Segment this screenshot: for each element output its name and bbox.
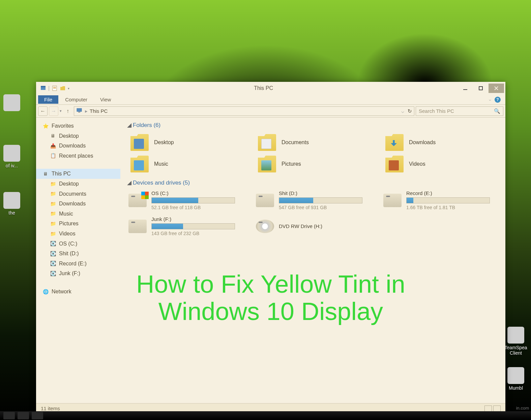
folder-desktop[interactable]: Desktop bbox=[128, 133, 246, 152]
details-view-icon[interactable] bbox=[484, 406, 492, 412]
item-count: 11 items bbox=[41, 406, 60, 411]
thispc-icon bbox=[76, 108, 82, 114]
folder-icon bbox=[385, 156, 404, 172]
nav-drive-e[interactable]: 💽Record (E:) bbox=[36, 259, 120, 269]
drive-icon: 💽 bbox=[50, 240, 56, 247]
computer-tab[interactable]: Computer bbox=[59, 95, 93, 104]
drive-icon bbox=[128, 194, 147, 207]
thispc-icon: 🖥 bbox=[42, 171, 49, 177]
free-space-text: 547 GB free of 931 GB bbox=[279, 205, 373, 210]
address-bar[interactable]: ▸ This PC ⌵ ↻ bbox=[74, 106, 414, 116]
folder-music[interactable]: Music bbox=[128, 154, 246, 174]
usage-bar bbox=[151, 197, 235, 203]
navigation-bar: ← → ▾ ↑ ▸ This PC ⌵ ↻ Search This PC 🔍 bbox=[36, 105, 505, 118]
nav-videos[interactable]: 📁Videos bbox=[36, 229, 120, 239]
folder-videos[interactable]: Videos bbox=[383, 154, 501, 174]
folder-downloads[interactable]: Downloads bbox=[383, 133, 501, 152]
back-button[interactable]: ← bbox=[38, 106, 48, 116]
drive-icon bbox=[256, 220, 274, 233]
folder-documents[interactable]: Documents bbox=[256, 133, 373, 152]
svg-rect-4 bbox=[53, 88, 56, 89]
svg-rect-6 bbox=[479, 87, 482, 90]
nav-desktop[interactable]: 🖥Desktop bbox=[36, 131, 120, 141]
star-icon: ⭐ bbox=[42, 123, 49, 129]
ribbon: File Computer View ⌵ ? bbox=[36, 95, 505, 105]
drive-item[interactable]: OS (C:) 52.1 GB free of 118 GB bbox=[128, 190, 246, 210]
taskbar-icon[interactable] bbox=[18, 412, 29, 419]
nav-favorites[interactable]: ⭐Favorites bbox=[36, 121, 120, 131]
app-icon bbox=[40, 85, 46, 91]
search-input[interactable]: Search This PC 🔍 bbox=[416, 106, 503, 116]
search-icon: 🔍 bbox=[494, 108, 500, 114]
file-tab[interactable]: File bbox=[38, 95, 58, 104]
folder-icon: 📁 bbox=[50, 191, 56, 197]
folder-icon: 📁 bbox=[50, 211, 56, 217]
file-explorer-window: | ▾ This PC File Computer View ⌵ ? ← → ▾… bbox=[36, 82, 505, 413]
desktop-icon-teamspeak[interactable]: TeamSpea Client bbox=[504, 327, 528, 356]
new-folder-icon[interactable] bbox=[60, 85, 66, 91]
drive-name: Record (E:) bbox=[406, 190, 501, 196]
navigation-pane: ⭐Favorites 🖥Desktop 📥Downloads 📋Recent p… bbox=[36, 118, 120, 403]
maximize-button[interactable] bbox=[473, 84, 489, 93]
drive-icon bbox=[256, 194, 274, 207]
drive-name: DVD RW Drive (H:) bbox=[279, 223, 373, 229]
refresh-icon[interactable]: ↻ bbox=[408, 108, 412, 114]
svg-rect-3 bbox=[53, 87, 56, 88]
drive-item[interactable]: Shit (D:) 547 GB free of 931 GB bbox=[256, 190, 373, 210]
usage-bar bbox=[406, 197, 490, 203]
nav-music[interactable]: 📁Music bbox=[36, 209, 120, 219]
drive-name: Shit (D:) bbox=[279, 190, 373, 196]
collapse-icon: ◢ bbox=[127, 122, 131, 128]
folder-icon bbox=[385, 134, 404, 151]
folder-pictures[interactable]: Pictures bbox=[256, 154, 373, 174]
nav-downloads[interactable]: 📥Downloads bbox=[36, 141, 120, 151]
folders-group-header[interactable]: ◢Folders (6) bbox=[125, 120, 501, 130]
drive-item[interactable]: DVD RW Drive (H:) bbox=[256, 216, 373, 236]
svg-rect-8 bbox=[78, 112, 80, 112]
folder-icon bbox=[258, 134, 276, 151]
forward-button[interactable]: → bbox=[49, 106, 58, 116]
usage-bar bbox=[151, 223, 235, 229]
folder-icon: 📁 bbox=[50, 221, 56, 227]
history-dropdown-icon[interactable]: ▾ bbox=[60, 109, 62, 113]
nav-drive-d[interactable]: 💽Shit (D:) bbox=[36, 249, 120, 259]
breadcrumb[interactable]: This PC bbox=[90, 108, 108, 114]
taskbar[interactable] bbox=[0, 411, 531, 420]
folder-icon bbox=[258, 156, 276, 172]
desktop-icon[interactable]: of iv... bbox=[0, 145, 24, 168]
drive-icon: 💽 bbox=[50, 251, 56, 257]
tiles-view-icon[interactable] bbox=[493, 406, 501, 412]
desktop-icon[interactable] bbox=[0, 94, 24, 112]
nav-desktop[interactable]: 📁Desktop bbox=[36, 179, 120, 189]
close-button[interactable] bbox=[489, 84, 504, 93]
nav-this-pc[interactable]: 🖥This PC bbox=[36, 169, 120, 179]
nav-downloads[interactable]: 📁Downloads bbox=[36, 199, 120, 209]
drive-icon: 💽 bbox=[50, 270, 56, 277]
nav-drive-c[interactable]: 💽OS (C:) bbox=[36, 239, 120, 249]
minimize-button[interactable] bbox=[458, 84, 473, 93]
free-space-text: 1.66 TB free of 1.81 TB bbox=[406, 205, 501, 210]
folder-icon bbox=[130, 156, 149, 172]
overlay-title: How to Fix Yellow Tint in Windows 10 Dis… bbox=[99, 270, 443, 325]
view-tab[interactable]: View bbox=[94, 95, 117, 104]
desktop-icon[interactable]: the bbox=[0, 192, 24, 216]
help-icon[interactable]: ? bbox=[495, 97, 501, 103]
nav-pictures[interactable]: 📁Pictures bbox=[36, 219, 120, 229]
recent-icon: 📋 bbox=[50, 153, 56, 159]
titlebar[interactable]: | ▾ This PC bbox=[36, 82, 505, 95]
drive-item[interactable]: Record (E:) 1.66 TB free of 1.81 TB bbox=[383, 190, 501, 210]
desktop-icon: 🖥 bbox=[50, 133, 56, 139]
drive-item[interactable]: Junk (F:) 143 GB free of 232 GB bbox=[128, 216, 246, 236]
collapse-icon: ◢ bbox=[127, 180, 131, 186]
drives-group-header[interactable]: ◢Devices and drives (5) bbox=[125, 178, 501, 188]
nav-recent-places[interactable]: 📋Recent places bbox=[36, 151, 120, 161]
nav-documents[interactable]: 📁Documents bbox=[36, 189, 120, 199]
desktop-icon-mumble[interactable]: Mumbl bbox=[504, 367, 528, 391]
properties-icon[interactable] bbox=[52, 85, 58, 91]
ribbon-collapse-icon[interactable]: ⌵ bbox=[489, 97, 491, 102]
up-button[interactable]: ↑ bbox=[63, 106, 72, 116]
taskbar-icon[interactable] bbox=[3, 412, 15, 419]
free-space-text: 52.1 GB free of 118 GB bbox=[151, 205, 246, 210]
addr-dropdown-icon[interactable]: ⌵ bbox=[399, 108, 404, 114]
taskbar-icon[interactable] bbox=[32, 412, 43, 419]
